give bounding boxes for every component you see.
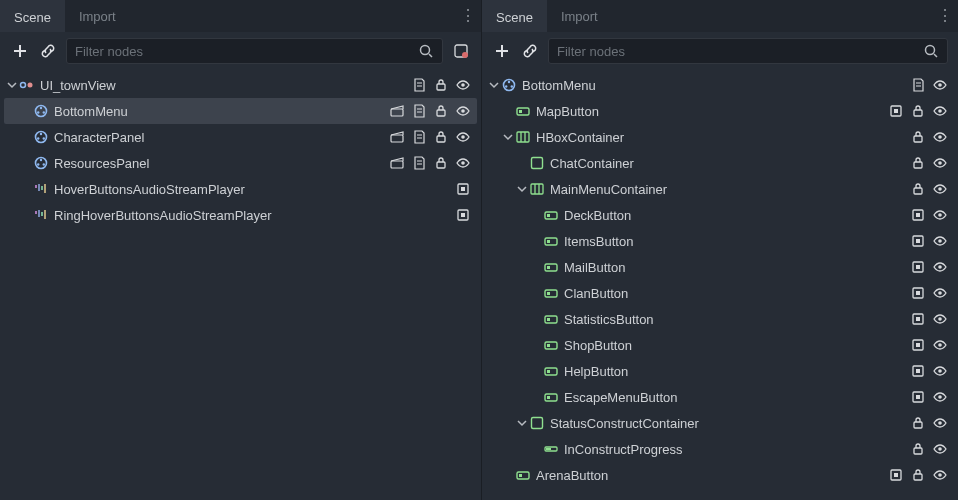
tree-row[interactable]: HoverButtonsAudioStreamPlayer: [4, 176, 477, 202]
eye-icon[interactable]: [932, 285, 948, 301]
tree-row[interactable]: MailButton: [486, 254, 954, 280]
tree-row[interactable]: RingHoverButtonsAudioStreamPlayer: [4, 202, 477, 228]
tree-row[interactable]: ClanButton: [486, 280, 954, 306]
add-node-button[interactable]: [492, 41, 512, 61]
tab-import[interactable]: Import: [547, 0, 612, 32]
tree-row[interactable]: ShopButton: [486, 332, 954, 358]
mono-icon[interactable]: [910, 207, 926, 223]
eye-icon[interactable]: [455, 77, 471, 93]
chevron-down-icon[interactable]: [514, 181, 528, 197]
eye-icon[interactable]: [932, 415, 948, 431]
filter-input[interactable]: [557, 44, 923, 59]
mono-icon[interactable]: [455, 207, 471, 223]
eye-icon[interactable]: [932, 181, 948, 197]
eye-icon[interactable]: [932, 467, 948, 483]
mono-icon[interactable]: [888, 103, 904, 119]
filter-field[interactable]: [66, 38, 443, 64]
eye-icon[interactable]: [932, 337, 948, 353]
clapper-icon[interactable]: [389, 103, 405, 119]
lock-icon[interactable]: [910, 181, 926, 197]
eye-icon[interactable]: [932, 389, 948, 405]
instance-scene-button[interactable]: [38, 41, 58, 61]
instance-scene-button[interactable]: [520, 41, 540, 61]
tree-row[interactable]: EscapeMenuButton: [486, 384, 954, 410]
chevron-down-icon[interactable]: [500, 129, 514, 145]
lock-icon[interactable]: [910, 103, 926, 119]
tree-row[interactable]: ChatContainer: [486, 150, 954, 176]
mono-icon[interactable]: [910, 337, 926, 353]
add-node-button[interactable]: [10, 41, 30, 61]
node-label: InConstructProgress: [564, 442, 910, 457]
mono-icon[interactable]: [910, 311, 926, 327]
filter-input[interactable]: [75, 44, 418, 59]
tree-row[interactable]: HelpButton: [486, 358, 954, 384]
eye-icon[interactable]: [932, 77, 948, 93]
tree-row[interactable]: InConstructProgress: [486, 436, 954, 462]
chevron-down-icon[interactable]: [4, 77, 18, 93]
tab-scene[interactable]: Scene: [0, 0, 65, 32]
eye-icon[interactable]: [455, 129, 471, 145]
lock-icon[interactable]: [433, 155, 449, 171]
tree-row[interactable]: MainMenuContainer: [486, 176, 954, 202]
scene-tree[interactable]: BottomMenuMapButtonHBoxContainerChatCont…: [482, 70, 958, 500]
lock-icon[interactable]: [910, 415, 926, 431]
scene-extra-button[interactable]: [451, 41, 471, 61]
mono-icon[interactable]: [888, 467, 904, 483]
tree-row[interactable]: ArenaButton: [486, 462, 954, 488]
lock-icon[interactable]: [433, 103, 449, 119]
script-icon[interactable]: [411, 155, 427, 171]
dock-menu-icon[interactable]: ⋮: [936, 13, 954, 19]
lock-icon[interactable]: [910, 129, 926, 145]
eye-icon[interactable]: [455, 103, 471, 119]
lock-icon[interactable]: [910, 441, 926, 457]
tree-row[interactable]: ResourcesPanel: [4, 150, 477, 176]
script-icon[interactable]: [411, 129, 427, 145]
eye-icon[interactable]: [932, 441, 948, 457]
button-icon: [542, 336, 560, 354]
eye-icon[interactable]: [932, 311, 948, 327]
tree-row[interactable]: CharacterPanel: [4, 124, 477, 150]
tree-row[interactable]: HBoxContainer: [486, 124, 954, 150]
eye-icon[interactable]: [932, 129, 948, 145]
mono-icon[interactable]: [910, 285, 926, 301]
tree-row[interactable]: StatisticsButton: [486, 306, 954, 332]
eye-icon[interactable]: [455, 155, 471, 171]
chevron-down-icon[interactable]: [514, 415, 528, 431]
tree-row[interactable]: BottomMenu: [4, 98, 477, 124]
tree-row[interactable]: UI_townView: [4, 72, 477, 98]
filter-field[interactable]: [548, 38, 948, 64]
lock-icon[interactable]: [433, 129, 449, 145]
lock-icon[interactable]: [910, 155, 926, 171]
dock-menu-icon[interactable]: ⋮: [459, 13, 477, 19]
eye-icon[interactable]: [932, 259, 948, 275]
mono-icon[interactable]: [455, 181, 471, 197]
tree-row[interactable]: ItemsButton: [486, 228, 954, 254]
chevron-down-icon[interactable]: [486, 77, 500, 93]
lock-icon[interactable]: [910, 467, 926, 483]
script-icon[interactable]: [411, 77, 427, 93]
tab-scene[interactable]: Scene: [482, 0, 547, 32]
mono-icon[interactable]: [910, 363, 926, 379]
script-icon[interactable]: [910, 77, 926, 93]
audio-icon: [32, 180, 50, 198]
eye-icon[interactable]: [932, 155, 948, 171]
clapper-icon[interactable]: [389, 129, 405, 145]
tree-row[interactable]: DeckButton: [486, 202, 954, 228]
clapper-icon[interactable]: [389, 155, 405, 171]
mono-icon[interactable]: [910, 389, 926, 405]
tree-row[interactable]: MapButton: [486, 98, 954, 124]
node-label: HBoxContainer: [536, 130, 910, 145]
lock-icon[interactable]: [433, 77, 449, 93]
tabbar: Scene Import ⋮: [482, 0, 958, 32]
mono-icon[interactable]: [910, 233, 926, 249]
tree-row[interactable]: BottomMenu: [486, 72, 954, 98]
eye-icon[interactable]: [932, 103, 948, 119]
script-icon[interactable]: [411, 103, 427, 119]
scene-tree[interactable]: UI_townViewBottomMenuCharacterPanelResou…: [0, 70, 481, 500]
mono-icon[interactable]: [910, 259, 926, 275]
eye-icon[interactable]: [932, 207, 948, 223]
eye-icon[interactable]: [932, 233, 948, 249]
tree-row[interactable]: StatusConstructContainer: [486, 410, 954, 436]
tab-import[interactable]: Import: [65, 0, 130, 32]
eye-icon[interactable]: [932, 363, 948, 379]
